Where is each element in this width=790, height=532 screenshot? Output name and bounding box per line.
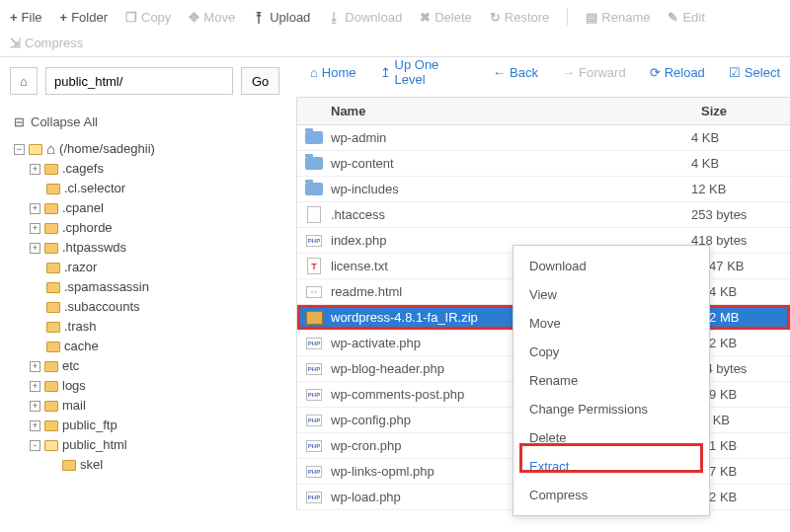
folder-icon <box>44 361 58 372</box>
rename-button: ▤Rename <box>586 10 650 25</box>
tree-item[interactable]: +.cphorde <box>30 218 286 238</box>
tree-item[interactable]: +logs <box>30 376 286 396</box>
expand-toggle-icon[interactable]: + <box>30 420 40 431</box>
folder-open-icon <box>29 144 42 155</box>
folder-icon <box>46 263 60 273</box>
nav-reload[interactable]: ⟳Reload <box>650 65 705 80</box>
new-folder-button[interactable]: +Folder <box>60 10 108 25</box>
file-row[interactable]: wp-includes12 KB <box>297 177 790 202</box>
tree-item[interactable]: +mail <box>30 396 286 416</box>
delete-icon: ✖ <box>420 10 431 25</box>
tree-item[interactable]: .subaccounts <box>30 297 286 317</box>
path-input[interactable] <box>45 67 233 95</box>
file-row[interactable]: .htaccess253 bytes <box>297 202 790 228</box>
tree-item[interactable]: +etc <box>30 356 286 376</box>
tree-item[interactable]: skel <box>45 455 286 475</box>
menu-item-compress[interactable]: Compress <box>514 481 709 509</box>
go-button[interactable]: Go <box>241 67 279 95</box>
collapse-toggle-icon[interactable]: - <box>30 440 40 451</box>
expand-toggle-icon[interactable]: + <box>30 381 40 392</box>
expand-toggle-icon[interactable]: + <box>30 243 40 254</box>
sidebar: ⊟ Collapse All − ⌂ (/home/sadeghii) +.ca… <box>0 105 296 475</box>
nav-select[interactable]: ☑Select <box>729 65 780 80</box>
file-row[interactable]: wp-content4 KB <box>297 151 790 177</box>
tree-item-label: public_ftp <box>62 416 118 435</box>
collapse-toggle-icon[interactable]: − <box>14 144 25 155</box>
tree-item-label: .htpasswds <box>62 238 126 258</box>
file-size: 12 KB <box>691 182 790 196</box>
folder-icon <box>46 282 60 293</box>
context-menu: DownloadViewMoveCopyRenameChange Permiss… <box>513 245 710 516</box>
tree-item[interactable]: cache <box>30 337 286 356</box>
restore-icon: ↻ <box>490 10 501 25</box>
tree-item-label: .cpanel <box>62 198 104 218</box>
file-size: 4 KB <box>691 156 790 171</box>
navigation-bar: ⌂Home ↥Up One Level ←Back →Forward ⟳Relo… <box>296 57 790 97</box>
file-icon <box>307 206 321 223</box>
download-button: ⭳Download <box>328 10 402 25</box>
menu-item-copy[interactable]: Copy <box>514 338 709 366</box>
tree-item[interactable]: .spamassassin <box>30 277 286 297</box>
new-file-button[interactable]: +File <box>10 10 42 25</box>
main-toolbar: +File +Folder ❐Copy ✥Move ⭱Upload ⭳Downl… <box>0 0 790 57</box>
tree-item[interactable]: +.cpanel <box>30 198 286 218</box>
menu-item-rename[interactable]: Rename <box>514 366 709 395</box>
nav-back[interactable]: ←Back <box>493 65 538 80</box>
col-size-header[interactable]: Size <box>691 98 790 124</box>
menu-item-delete[interactable]: Delete <box>514 423 709 452</box>
folder-icon <box>44 203 58 214</box>
up-icon: ↥ <box>380 65 391 80</box>
menu-item-view[interactable]: View <box>514 280 709 309</box>
nav-up[interactable]: ↥Up One Level <box>380 57 470 87</box>
home-icon: ⌂ <box>310 65 318 80</box>
compress-icon: ⇲ <box>10 36 21 50</box>
tree-item-label: logs <box>62 376 86 396</box>
php-file-icon: PHP <box>306 492 322 503</box>
plus-icon: + <box>60 10 68 25</box>
move-icon: ✥ <box>189 10 199 25</box>
plus-icon: + <box>10 10 18 25</box>
collapse-all-button[interactable]: ⊟ Collapse All <box>14 111 286 139</box>
expand-toggle-icon[interactable]: + <box>30 223 40 234</box>
folder-icon <box>44 223 58 234</box>
file-name: wp-includes <box>331 182 691 196</box>
tree-item[interactable]: +public_ftp <box>30 416 286 435</box>
menu-item-extract[interactable]: Extract <box>514 452 709 481</box>
check-icon: ☑ <box>729 65 741 80</box>
menu-item-move[interactable]: Move <box>514 309 709 338</box>
tree-item-label: .cagefs <box>62 159 104 179</box>
tree-item[interactable]: -public_html <box>30 435 286 455</box>
home-button[interactable]: ⌂ <box>10 67 38 95</box>
menu-item-change-permissions[interactable]: Change Permissions <box>514 395 709 423</box>
col-name-header[interactable]: Name <box>297 98 691 124</box>
folder-icon <box>44 164 58 175</box>
upload-button[interactable]: ⭱Upload <box>253 10 310 25</box>
php-file-icon: PHP <box>306 363 322 375</box>
folder-icon <box>44 381 58 392</box>
folder-tree: − ⌂ (/home/sadeghii) +.cagefs.cl.selecto… <box>14 139 286 475</box>
nav-home[interactable]: ⌂Home <box>310 65 356 80</box>
folder-icon <box>46 302 60 313</box>
copy-icon: ❐ <box>125 10 137 25</box>
tree-item[interactable]: +.htpasswds <box>30 238 286 258</box>
move-button: ✥Move <box>189 10 235 25</box>
expand-toggle-icon[interactable]: + <box>30 361 40 372</box>
expand-toggle-icon[interactable]: + <box>30 203 40 214</box>
tree-item[interactable]: .razor <box>30 258 286 277</box>
tree-item[interactable]: +.cagefs <box>30 159 286 179</box>
tree-item[interactable]: .cl.selector <box>30 179 286 198</box>
edit-icon: ✎ <box>668 10 678 25</box>
tree-item-label: .cphorde <box>62 218 113 238</box>
file-row[interactable]: wp-admin4 KB <box>297 125 790 151</box>
expand-toggle-icon[interactable]: + <box>30 164 40 175</box>
menu-item-download[interactable]: Download <box>514 252 709 280</box>
folder-icon <box>44 401 58 412</box>
expand-toggle-icon[interactable]: + <box>30 401 40 412</box>
php-file-icon: PHP <box>306 338 322 349</box>
tree-root[interactable]: − ⌂ (/home/sadeghii) <box>14 139 286 159</box>
delete-button: ✖Delete <box>420 10 472 25</box>
copy-button: ❐Copy <box>125 10 171 25</box>
tree-item[interactable]: .trash <box>30 317 286 337</box>
edit-button: ✎Edit <box>668 10 704 25</box>
folder-icon <box>305 131 323 144</box>
